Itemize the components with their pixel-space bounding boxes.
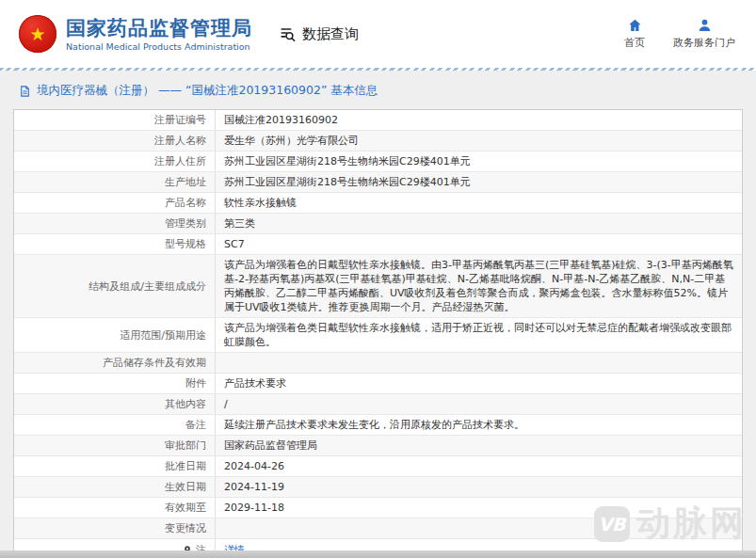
row-label-text: 审批部门: [165, 438, 206, 453]
table-row: 附件产品技术要求: [14, 374, 742, 394]
row-value-text: 该产品为增强着色的日戴型软性亲水接触镜。由3-甲基丙烯酰氧丙基三(三甲基硅氧基)…: [224, 258, 733, 314]
row-value: 产品技术要求: [216, 374, 742, 393]
row-label: 备注: [14, 415, 216, 435]
table-row: 变更情况: [14, 518, 742, 539]
org-name: 国家药品监督管理局: [66, 16, 252, 40]
table-row: 备注延续注册产品技术要求未发生变化，沿用原核发的产品技术要求。: [14, 415, 742, 436]
row-value: 第三类: [216, 214, 742, 233]
row-label-text: 注册人住所: [154, 154, 206, 168]
table-row: 生产地址苏州工业园区星湖街218号生物纳米园C29楼401单元: [14, 172, 742, 193]
row-value-text: 国械注准20193160902: [224, 113, 338, 127]
document-icon: [19, 85, 31, 98]
national-emblem-icon: ★: [19, 15, 56, 53]
user-icon: [697, 18, 713, 33]
table-row: 生效日期2024-11-19: [14, 477, 742, 498]
row-label: 管理类别: [14, 214, 216, 233]
row-value: 2024-04-26: [216, 456, 742, 476]
header-links: 首页 政务服务门户: [624, 18, 735, 50]
breadcrumb: 境内医疗器械（注册） —— “国械注准20193160902” 基本信息: [0, 71, 756, 109]
brand[interactable]: ★ 国家药品监督管理局 National Medical Products Ad…: [19, 15, 252, 53]
table-row: 管理类别第三类: [14, 214, 742, 234]
table-row: 型号规格SC7: [14, 234, 742, 255]
row-value: 苏州工业园区星湖街218号生物纳米园C29楼401单元: [216, 172, 742, 192]
row-value: [216, 518, 742, 538]
row-value-text: 国家药品监督管理局: [224, 438, 317, 453]
row-value-text: 苏州工业园区星湖街218号生物纳米园C29楼401单元: [224, 154, 471, 168]
row-value-text: 延续注册产品技术要求未发生变化，沿用原核发的产品技术要求。: [224, 418, 524, 432]
row-label: 产品储存条件及有效期: [14, 353, 216, 373]
table-row: 产品储存条件及有效期: [14, 353, 742, 374]
horizontal-scrollbar[interactable]: [0, 550, 756, 558]
row-label-text: 产品名称: [165, 196, 206, 210]
row-value: 国械注准20193160902: [216, 110, 742, 130]
row-value-text: SC7: [224, 237, 245, 251]
info-table: 注册证编号国械注准20193160902注册人名称爱生华（苏州）光学有限公司注册…: [13, 109, 743, 558]
row-value: 延续注册产品技术要求未发生变化，沿用原核发的产品技术要求。: [216, 415, 742, 435]
row-label-text: 型号规格: [165, 237, 206, 251]
row-label: 注册证编号: [14, 110, 216, 130]
row-label-text: 注册人名称: [154, 134, 206, 148]
breadcrumb-text: 境内医疗器械（注册） —— “国械注准20193160902” 基本信息: [37, 83, 378, 99]
row-label: 适用范围/预期用途: [14, 318, 216, 352]
row-value: /: [216, 394, 742, 414]
row-label-text: 适用范围/预期用途: [120, 328, 206, 343]
row-label-text: 注册证编号: [154, 113, 206, 127]
row-value-text: 2024-11-19: [224, 480, 284, 494]
row-value-text: 该产品为增强着色类日戴型软性亲水接触镜，适用于矫正近视，同时还可以对无禁忌症的配…: [224, 321, 733, 349]
row-value: 2024-11-19: [216, 477, 742, 497]
row-label-text: 产品储存条件及有效期: [103, 356, 206, 370]
row-value: 国家药品监督管理局: [216, 436, 742, 455]
row-value: 该产品为增强着色类日戴型软性亲水接触镜，适用于矫正近视，同时还可以对无禁忌症的配…: [216, 318, 742, 352]
row-value: 该产品为增强着色的日戴型软性亲水接触镜。由3-甲基丙烯酰氧丙基三(三甲基硅氧基)…: [216, 255, 742, 317]
row-value-text: 爱生华（苏州）光学有限公司: [224, 134, 359, 148]
row-value: SC7: [216, 234, 742, 254]
table-row: 结构及组成/主要组成成分该产品为增强着色的日戴型软性亲水接触镜。由3-甲基丙烯酰…: [14, 255, 742, 318]
row-value-text: 软性亲水接触镜: [224, 196, 297, 210]
row-label-text: 生产地址: [165, 175, 206, 189]
row-label: 有效期至: [14, 498, 216, 518]
row-label: 生效日期: [14, 477, 216, 497]
row-label-text: 有效期至: [165, 501, 206, 515]
brand-text: 国家药品监督管理局 National Medical Products Admi…: [66, 16, 252, 52]
row-label: 型号规格: [14, 234, 216, 254]
row-label: 注册人住所: [14, 151, 216, 171]
row-value: 苏州工业园区星湖街218号生物纳米园C29楼401单元: [216, 151, 742, 171]
site-header: ★ 国家药品监督管理局 National Medical Products Ad…: [0, 0, 756, 68]
row-label: 附件: [14, 374, 216, 393]
row-value-text: 苏州工业园区星湖街218号生物纳米园C29楼401单元: [224, 175, 471, 189]
table-row: 审批部门国家药品监督管理局: [14, 436, 742, 456]
table-row: 批准日期2024-04-26: [14, 456, 742, 477]
row-value: 2029-11-18: [216, 498, 742, 518]
row-label-text: 批准日期: [165, 459, 206, 473]
table-row: 其他内容/: [14, 394, 742, 415]
row-label: 产品名称: [14, 193, 216, 213]
row-value: [216, 353, 742, 373]
row-label: 生产地址: [14, 172, 216, 192]
row-label-text: 其他内容: [165, 397, 206, 411]
row-label-text: 管理类别: [165, 216, 206, 231]
row-label: 结构及组成/主要组成成分: [14, 255, 216, 317]
row-label: 审批部门: [14, 436, 216, 455]
row-value-text: 第三类: [224, 216, 255, 231]
portal-link-label: 政务服务门户: [673, 36, 735, 50]
portal-link[interactable]: 政务服务门户: [673, 18, 735, 50]
table-row: 注册人住所苏州工业园区星湖街218号生物纳米园C29楼401单元: [14, 151, 742, 172]
row-label-text: 结构及组成/主要组成成分: [88, 279, 206, 294]
home-link[interactable]: 首页: [624, 18, 645, 50]
row-label-text: 附件: [185, 376, 206, 391]
home-link-label: 首页: [624, 36, 645, 50]
row-label: 其他内容: [14, 394, 216, 414]
row-label-text: 变更情况: [165, 521, 206, 535]
nav-data-query[interactable]: 数据查询: [279, 25, 359, 43]
row-value: 爱生华（苏州）光学有限公司: [216, 131, 742, 151]
document-search-icon: [279, 25, 297, 43]
table-row: 产品名称软性亲水接触镜: [14, 193, 742, 214]
data-query-label: 数据查询: [302, 25, 359, 43]
row-label-text: 备注: [185, 418, 206, 432]
table-row: 注册证编号国械注准20193160902: [14, 110, 742, 131]
row-value: 软性亲水接触镜: [216, 193, 742, 213]
row-value-text: 产品技术要求: [224, 376, 286, 391]
table-row: 适用范围/预期用途该产品为增强着色类日戴型软性亲水接触镜，适用于矫正近视，同时还…: [14, 318, 742, 353]
row-value-text: 2024-04-26: [224, 459, 284, 473]
row-label: 注册人名称: [14, 131, 216, 151]
